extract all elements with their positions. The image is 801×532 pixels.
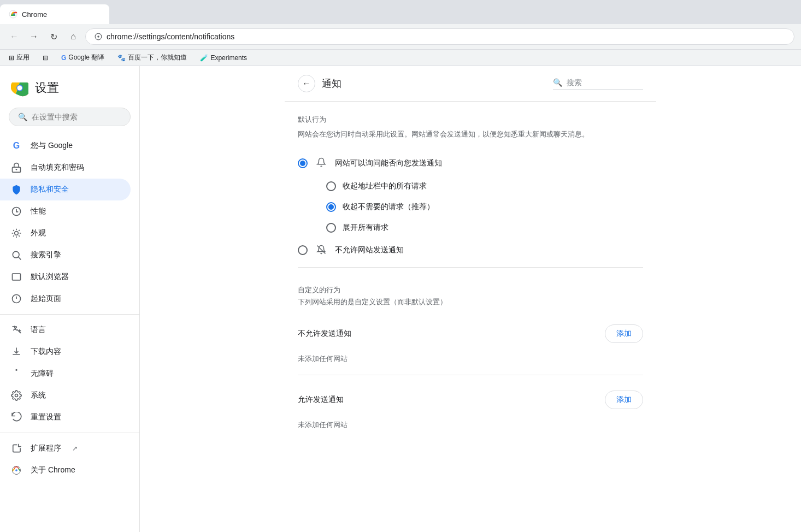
forward-button[interactable]: →	[26, 29, 42, 44]
sidebar-item-default-browser-label: 默认浏览器	[31, 272, 69, 282]
default-browser-icon	[11, 271, 22, 282]
bookmarks-bar: ⊞ 应用 ⊟ G Google 翻译 🐾 百度一下，你就知道 🧪 Experim…	[0, 50, 801, 66]
svg-point-10	[15, 232, 19, 235]
sidebar-search-input[interactable]	[32, 113, 121, 121]
svg-point-3	[97, 36, 99, 38]
sub-radio-silence-noisy[interactable]: 收起不需要的请求（推荐）	[326, 197, 643, 217]
page-search[interactable]: 🔍	[553, 78, 643, 90]
content-area: 设置 🔍 G 您与 Google 自动填充和密码	[0, 66, 801, 532]
default-behavior-desc: 网站会在您访问时自动采用此设置。网站通常会发送通知，以便您知悉重大新闻或聊天消息…	[298, 129, 643, 140]
custom-desc: 下列网站采用的是自定义设置（而非默认设置）	[298, 297, 643, 307]
sidebar-item-system[interactable]: 系统	[0, 385, 131, 406]
bookmark-baidu[interactable]: 🐾 百度一下，你就知道	[115, 52, 189, 63]
back-button[interactable]: ←	[7, 29, 22, 44]
bell-icon	[316, 157, 326, 169]
google-icon: G	[11, 140, 22, 151]
sidebar-item-appearance-label: 外观	[31, 228, 46, 238]
sidebar-item-google-label: 您与 Google	[31, 141, 73, 151]
section-divider	[298, 267, 643, 268]
sidebar-item-reset[interactable]: 重置设置	[0, 406, 131, 428]
bookmark-experiments[interactable]: 🧪 Experiments	[198, 53, 249, 63]
page-title: 通知	[322, 77, 341, 90]
sidebar-item-downloads[interactable]: 下载内容	[0, 341, 131, 363]
reset-icon	[11, 412, 22, 423]
sidebar-item-search[interactable]: 搜索引擎	[0, 244, 131, 266]
sidebar-item-autofill[interactable]: 自动填充和密码	[0, 157, 131, 179]
search-icon: 🔍	[553, 78, 562, 87]
page-header: ← 通知 🔍	[285, 66, 656, 102]
svg-point-11	[13, 251, 19, 258]
refresh-button[interactable]: ↻	[46, 29, 61, 44]
radio-option-ask[interactable]: 网站可以询问能否向您发送通知	[298, 151, 643, 176]
sidebar-item-language[interactable]: 语言	[0, 319, 131, 341]
apps-icon: ⊞	[9, 54, 14, 62]
browser-tab[interactable]: Chrome	[0, 4, 109, 24]
sidebar-item-default-browser[interactable]: 默认浏览器	[0, 266, 131, 288]
tab-bar: Chrome	[0, 0, 801, 24]
inner-divider	[298, 375, 643, 375]
block-add-button[interactable]: 添加	[605, 324, 643, 343]
bookmark-grid[interactable]: ⊟	[40, 53, 50, 63]
extensions-icon	[11, 443, 22, 454]
bookmark-apps[interactable]: ⊞ 应用	[7, 52, 32, 63]
sidebar-item-extensions[interactable]: 扩展程序 ↗	[0, 438, 131, 459]
about-icon	[11, 465, 22, 476]
custom-title: 自定义的行为	[298, 285, 643, 295]
sidebar-search-icon: 🔍	[18, 113, 27, 121]
sidebar-item-startup-label: 起始页面	[31, 294, 61, 304]
sidebar-item-google[interactable]: G 您与 Google	[0, 135, 131, 157]
block-permission-label: 不允许发送通知	[298, 329, 351, 339]
bookmark-translate[interactable]: G Google 翻译	[59, 52, 107, 63]
svg-point-6	[17, 86, 22, 91]
sidebar-item-accessibility[interactable]: 无障碍	[0, 363, 131, 385]
allow-empty-message: 未添加任何网站	[298, 416, 643, 441]
radio-ask-circle	[298, 158, 308, 168]
sidebar-item-about[interactable]: 关于 Chrome	[0, 459, 131, 481]
settings-icon	[95, 33, 102, 40]
svg-point-17	[15, 394, 18, 397]
sidebar-item-appearance[interactable]: 外观	[0, 222, 131, 244]
downloads-icon	[11, 346, 22, 357]
sidebar-divider-2	[0, 433, 139, 433]
sub-radio-show-all-label: 展开所有请求	[343, 223, 388, 233]
back-button[interactable]: ←	[298, 75, 315, 92]
sub-radio-silence-noisy-label: 收起不需要的请求（推荐）	[343, 202, 434, 212]
radio-option-block[interactable]: 不允许网站发送通知	[298, 238, 643, 263]
sidebar-divider-1	[0, 314, 139, 315]
experiments-label: Experiments	[210, 54, 247, 62]
system-icon	[11, 390, 22, 401]
sub-radio-show-all[interactable]: 展开所有请求	[326, 217, 643, 238]
svg-line-12	[19, 257, 21, 260]
sidebar-item-system-label: 系统	[31, 391, 46, 400]
sidebar-item-performance[interactable]: 性能	[0, 200, 131, 222]
chrome-logo	[11, 79, 28, 97]
tab-title: Chrome	[22, 10, 47, 19]
allow-permission-row: 允许发送通知 添加	[298, 384, 643, 416]
page-header-left: ← 通知	[298, 75, 341, 92]
sub-radio-silence-all[interactable]: 收起地址栏中的所有请求	[326, 176, 643, 197]
notifications-page: ← 通知 🔍 默认行为 网站会在您访问时自动采用此设置。网站通常会发送通知，以便…	[285, 66, 656, 454]
sidebar: 设置 🔍 G 您与 Google 自动填充和密码	[0, 66, 140, 532]
search-icon	[11, 250, 22, 261]
sidebar-item-accessibility-label: 无障碍	[31, 369, 54, 379]
custom-section: 自定义的行为 下列网站采用的是自定义设置（而非默认设置） 不允许发送通知 添加 …	[285, 272, 656, 454]
translate-icon: G	[61, 54, 66, 62]
sidebar-item-startup[interactable]: 起始页面	[0, 288, 131, 310]
sidebar-item-autofill-label: 自动填充和密码	[31, 163, 84, 173]
allow-add-button[interactable]: 添加	[605, 391, 643, 409]
sidebar-item-privacy[interactable]: 隐私和安全	[0, 179, 131, 200]
main-panel: ← 通知 🔍 默认行为 网站会在您访问时自动采用此设置。网站通常会发送通知，以便…	[140, 66, 801, 532]
sidebar-item-language-label: 语言	[31, 325, 46, 335]
chrome-tab-icon	[9, 10, 17, 19]
baidu-label: 百度一下，你就知道	[128, 53, 187, 62]
home-button[interactable]: ⌂	[66, 29, 81, 44]
svg-point-16	[15, 369, 17, 371]
appearance-icon	[11, 228, 22, 239]
block-empty-message: 未添加任何网站	[298, 350, 643, 375]
translate-label: Google 翻译	[68, 53, 104, 62]
address-bar[interactable]: chrome://settings/content/notifications	[85, 28, 794, 45]
block-permission-row: 不允许发送通知 添加	[298, 318, 643, 350]
sidebar-item-performance-label: 性能	[31, 206, 46, 216]
sidebar-search-box[interactable]: 🔍	[9, 108, 131, 126]
notifications-search-input[interactable]	[567, 78, 643, 87]
